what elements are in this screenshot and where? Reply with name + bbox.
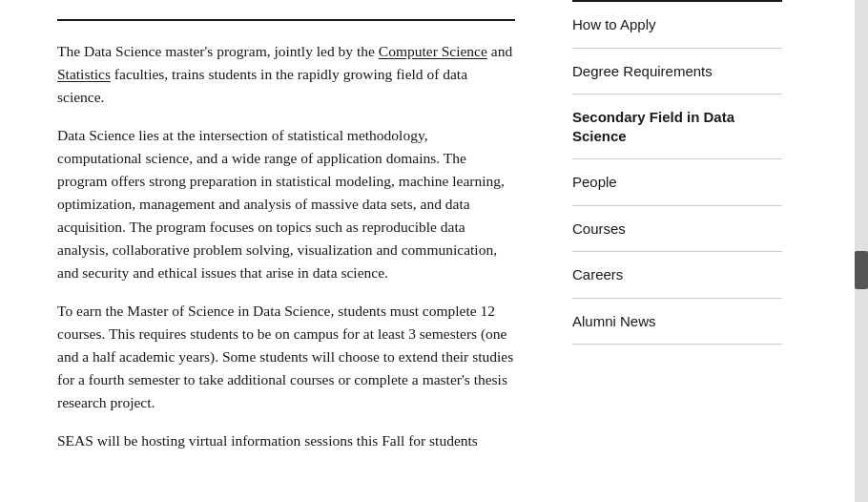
sidebar-item-secondary-field[interactable]: Secondary Field in Data Science bbox=[572, 94, 782, 159]
sidebar-nav: How to Apply Degree Requirements Seconda… bbox=[572, 2, 782, 345]
sidebar-link-courses[interactable]: Courses bbox=[572, 206, 782, 252]
sidebar-item-degree-requirements[interactable]: Degree Requirements bbox=[572, 49, 782, 95]
sidebar-item-careers[interactable]: Careers bbox=[572, 252, 782, 299]
sidebar-link-degree-requirements[interactable]: Degree Requirements bbox=[572, 49, 782, 94]
statistics-link[interactable]: Statistics bbox=[57, 66, 111, 82]
top-divider bbox=[57, 19, 515, 21]
computer-science-link[interactable]: Computer Science bbox=[379, 43, 487, 59]
sidebar-link-careers[interactable]: Careers bbox=[572, 252, 782, 298]
paragraph-2: Data Science lies at the intersection of… bbox=[57, 124, 515, 284]
scrollbar-track[interactable] bbox=[855, 0, 868, 502]
sidebar-item-alumni-news[interactable]: Alumni News bbox=[572, 299, 782, 345]
sidebar-link-secondary-field[interactable]: Secondary Field in Data Science bbox=[572, 94, 782, 158]
sidebar: How to Apply Degree Requirements Seconda… bbox=[553, 0, 801, 502]
sidebar-item-people[interactable]: People bbox=[572, 159, 782, 206]
paragraph-3: To earn the Master of Science in Data Sc… bbox=[57, 300, 515, 414]
sidebar-item-courses[interactable]: Courses bbox=[572, 206, 782, 253]
paragraph-1: The Data Science master's program, joint… bbox=[57, 40, 515, 109]
sidebar-link-alumni-news[interactable]: Alumni News bbox=[572, 299, 782, 345]
main-content: The Data Science master's program, joint… bbox=[0, 0, 553, 502]
sidebar-link-people[interactable]: People bbox=[572, 159, 782, 205]
scrollbar-thumb[interactable] bbox=[855, 251, 868, 289]
paragraph-4: SEAS will be hosting virtual information… bbox=[57, 429, 515, 452]
sidebar-item-how-to-apply[interactable]: How to Apply bbox=[572, 2, 782, 49]
sidebar-link-how-to-apply[interactable]: How to Apply bbox=[572, 2, 782, 48]
